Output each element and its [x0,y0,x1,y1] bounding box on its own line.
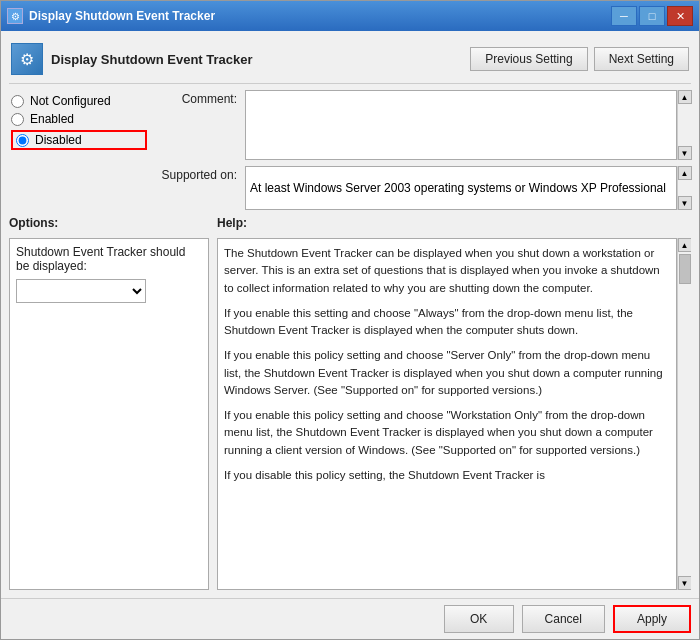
help-scrollbar: ▲ ▼ [677,238,691,590]
apply-button[interactable]: Apply [613,605,691,633]
window-controls: ─ □ ✕ [611,6,693,26]
tracker-label: Shutdown Event Tracker should be display… [16,245,202,273]
ok-button[interactable]: OK [444,605,514,633]
close-button[interactable]: ✕ [667,6,693,26]
supported-label: Supported on: [157,166,237,182]
nav-buttons: Previous Setting Next Setting [470,47,689,71]
policy-icon: ⚙ [11,43,43,75]
help-para-4: If you enable this policy setting and ch… [224,407,670,459]
help-scroll-down[interactable]: ▼ [678,576,692,590]
comment-textarea[interactable] [245,90,677,160]
help-scroll-up[interactable]: ▲ [678,238,692,252]
help-content: The Shutdown Event Tracker can be displa… [217,238,677,590]
window-title: Display Shutdown Event Tracker [29,9,215,23]
right-top-section: Comment: ▲ ▼ Supported on: At least [157,90,691,210]
radio-section: Not Configured Enabled Disabled [9,90,149,210]
help-para-3: If you enable this policy setting and ch… [224,347,670,399]
title-bar-left: ⚙ Display Shutdown Event Tracker [7,8,215,24]
title-bar: ⚙ Display Shutdown Event Tracker ─ □ ✕ [1,1,699,31]
comment-scroll-up[interactable]: ▲ [678,90,692,104]
radio-not-configured-input[interactable] [11,95,24,108]
comment-row: Comment: ▲ ▼ [157,90,691,160]
window-icon: ⚙ [7,8,23,24]
radio-not-configured[interactable]: Not Configured [11,94,147,108]
maximize-button[interactable]: □ [639,6,665,26]
help-para-5: If you disable this policy setting, the … [224,467,670,484]
header-left: ⚙ Display Shutdown Event Tracker [11,43,253,75]
radio-disabled-label: Disabled [35,133,82,147]
radio-disabled-container: Disabled [11,130,147,150]
content-area: ⚙ Display Shutdown Event Tracker Previou… [1,31,699,598]
comment-scroll-down[interactable]: ▼ [678,146,692,160]
policy-title: Display Shutdown Event Tracker [51,52,253,67]
radio-disabled[interactable]: Disabled [16,133,82,147]
supported-row: Supported on: At least Windows Server 20… [157,166,691,210]
help-para-2: If you enable this setting and choose "A… [224,305,670,340]
radio-enabled-input[interactable] [11,113,24,126]
options-header: Options: [9,216,209,230]
minimize-button[interactable]: ─ [611,6,637,26]
supported-scroll-up[interactable]: ▲ [678,166,692,180]
main-window: ⚙ Display Shutdown Event Tracker ─ □ ✕ ⚙… [0,0,700,640]
supported-field-wrapper: At least Windows Server 2003 operating s… [245,166,691,210]
supported-scrollbar: ▲ ▼ [677,166,691,210]
help-box-wrapper: The Shutdown Event Tracker can be displa… [217,238,691,590]
options-panel: Options: Shutdown Event Tracker should b… [9,216,209,590]
help-para-1: The Shutdown Event Tracker can be displa… [224,245,670,297]
radio-disabled-input[interactable] [16,134,29,147]
help-panel: Help: The Shutdown Event Tracker can be … [217,216,691,590]
help-scroll-thumb[interactable] [679,254,691,284]
supported-scroll-down[interactable]: ▼ [678,196,692,210]
comment-scrollbar: ▲ ▼ [677,90,691,160]
help-header: Help: [217,216,691,230]
supported-value: At least Windows Server 2003 operating s… [245,166,677,210]
prev-setting-button[interactable]: Previous Setting [470,47,587,71]
top-section: Not Configured Enabled Disabled [9,90,691,210]
header-row: ⚙ Display Shutdown Event Tracker Previou… [9,39,691,84]
cancel-button[interactable]: Cancel [522,605,605,633]
comment-label: Comment: [157,90,237,106]
two-panel: Options: Shutdown Event Tracker should b… [9,216,691,590]
options-box: Shutdown Event Tracker should be display… [9,238,209,590]
tracker-dropdown[interactable]: Always Server Only Workstation Only [16,279,146,303]
next-setting-button[interactable]: Next Setting [594,47,689,71]
bottom-buttons: OK Cancel Apply [1,598,699,639]
radio-enabled-label: Enabled [30,112,74,126]
radio-not-configured-label: Not Configured [30,94,111,108]
comment-field-wrapper: ▲ ▼ [245,90,691,160]
radio-enabled[interactable]: Enabled [11,112,147,126]
